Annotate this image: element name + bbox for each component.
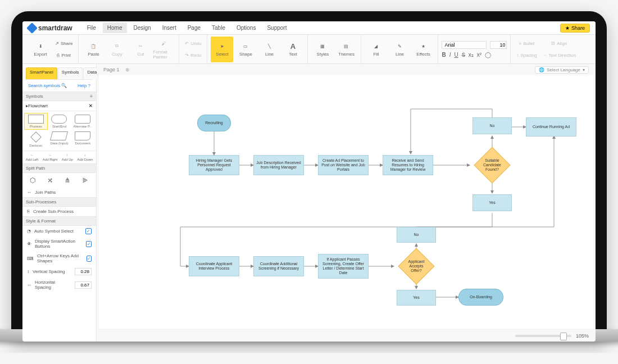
node-no1[interactable]: No bbox=[472, 117, 512, 134]
split-4-button[interactable]: ⫸ bbox=[82, 176, 89, 184]
redo-button[interactable]: ↷ Redo bbox=[183, 49, 203, 61]
zoom-slider[interactable] bbox=[515, 335, 571, 337]
format-painter-button[interactable]: 🖌Format Painter bbox=[153, 37, 175, 62]
split-1-button[interactable]: ⬡ bbox=[30, 176, 35, 184]
underline-button[interactable]: U bbox=[455, 52, 458, 58]
paste-button[interactable]: 📋Paste bbox=[82, 37, 104, 62]
split-3-button[interactable]: ⋔ bbox=[65, 176, 70, 184]
subprocess-header: Sub-Processes bbox=[22, 197, 96, 207]
node-recruiting[interactable]: Recruiting bbox=[197, 115, 231, 131]
symbol-alternate[interactable]: Alternate P... bbox=[71, 113, 94, 129]
opt-auto-symbol[interactable]: ◔ Auto Symbol Select✓ bbox=[22, 226, 96, 236]
node-yes1[interactable]: Yes bbox=[472, 194, 512, 211]
page-tabs: Page 1 ⊕ 🌐 Select Language ▾ bbox=[97, 64, 596, 75]
symbol-document[interactable]: Document bbox=[71, 130, 94, 148]
line-tool-button[interactable]: ╲Line bbox=[258, 37, 280, 62]
brand-name: smartdraw bbox=[38, 24, 72, 32]
node-interview[interactable]: Coordinate Applicant Interview Process bbox=[189, 256, 239, 276]
zoom-value[interactable]: 105% bbox=[576, 333, 589, 339]
add-right-button[interactable]: →Add Right bbox=[43, 153, 57, 161]
text-color-button[interactable]: ◯ bbox=[485, 52, 491, 58]
symbol-process[interactable]: Process bbox=[25, 113, 47, 129]
page-1-tab[interactable]: Page 1 bbox=[103, 67, 120, 72]
logo-icon bbox=[26, 22, 38, 34]
node-no2[interactable]: No bbox=[397, 227, 436, 243]
opt-ctrl-arrow[interactable]: ⌨ Ctrl+Arrow Keys Add Shapes✓ bbox=[22, 251, 96, 266]
search-symbols-link[interactable]: Search symbols 🔍 bbox=[28, 83, 67, 88]
shape-tool-button[interactable]: ▭Shape bbox=[234, 37, 257, 62]
menu-icon[interactable]: ≡ bbox=[90, 94, 93, 99]
spacing-button[interactable]: ↕ Spacing bbox=[514, 49, 539, 61]
share-button[interactable]: ★ Share bbox=[560, 24, 590, 33]
node-screening[interactable]: Coordinate Additional Screening if Neces… bbox=[253, 256, 304, 276]
add-page-button[interactable]: ⊕ bbox=[125, 67, 130, 72]
create-subprocess-button[interactable]: ⎘ Create Sub-Process bbox=[22, 207, 96, 216]
symbol-data[interactable]: Data (Input) bbox=[48, 130, 71, 148]
menu-design[interactable]: Design bbox=[129, 22, 156, 33]
superscript-button[interactable]: x² bbox=[477, 52, 481, 58]
tab-symbols[interactable]: Symbols bbox=[58, 67, 83, 79]
copy-button[interactable]: ⧉Copy bbox=[106, 37, 128, 62]
node-continue[interactable]: Continue Running Ad bbox=[526, 117, 576, 136]
split-2-button[interactable]: ⤨ bbox=[47, 176, 53, 184]
line-style-button[interactable]: ✎Line bbox=[388, 37, 411, 62]
node-approve[interactable]: Hiring Manager Gets Personnel Request Ap… bbox=[189, 155, 239, 175]
font-select[interactable] bbox=[442, 41, 487, 49]
menu-file[interactable]: File bbox=[83, 22, 101, 33]
vspacing-row: ↕ Vertical Spacing bbox=[22, 266, 96, 277]
select-tool-button[interactable]: ➤Select bbox=[211, 37, 233, 62]
effects-button[interactable]: ★Effects bbox=[412, 37, 434, 62]
export-button[interactable]: ⬇Export bbox=[29, 37, 52, 62]
close-category-button[interactable]: ✕ bbox=[89, 103, 93, 108]
node-offer[interactable]: If Applicant Passes Screening, Create Of… bbox=[318, 254, 369, 279]
opt-smartaction[interactable]: 👁 Display SmartAction Buttons✓ bbox=[22, 236, 96, 251]
menu-home[interactable]: Home bbox=[103, 22, 127, 33]
symbol-decision[interactable]: Decision bbox=[25, 130, 47, 148]
brush-icon: 🖌 bbox=[160, 39, 169, 48]
text-tool-button[interactable]: AText bbox=[281, 37, 304, 62]
symbol-startend[interactable]: Start/End bbox=[48, 113, 71, 129]
split-header: Split Path bbox=[22, 163, 96, 173]
tab-smartpanel[interactable]: SmartPanel bbox=[26, 67, 57, 79]
italic-button[interactable]: I bbox=[449, 52, 451, 58]
menu-table[interactable]: Table bbox=[207, 22, 230, 33]
language-select[interactable]: 🌐 Select Language ▾ bbox=[535, 66, 589, 74]
node-resumes[interactable]: Receive and Send Resumes to Hiring Manag… bbox=[383, 155, 433, 175]
node-ad[interactable]: Create Ad Placement to Post on Website a… bbox=[318, 155, 369, 175]
drawing-canvas[interactable]: Recruiting Hiring Manager Gets Personnel… bbox=[99, 75, 593, 329]
menu-options[interactable]: Options bbox=[232, 22, 260, 33]
cut-button[interactable]: ✂Cut bbox=[129, 37, 152, 62]
share-small-button[interactable]: ↗ Share bbox=[53, 38, 75, 49]
menu-insert[interactable]: Insert bbox=[158, 22, 181, 33]
vspacing-input[interactable] bbox=[75, 268, 92, 275]
node-jobdesc[interactable]: Job Description Received from Hiring Man… bbox=[253, 155, 304, 175]
node-yes2[interactable]: Yes bbox=[397, 290, 436, 306]
hspacing-input[interactable] bbox=[75, 281, 92, 289]
bullet-button[interactable]: ≡ Bullet bbox=[514, 38, 539, 49]
themes-icon: ▤ bbox=[342, 42, 351, 51]
help-link[interactable]: Help ? bbox=[78, 83, 90, 88]
menu-support[interactable]: Support bbox=[262, 22, 291, 33]
text-direction-button[interactable]: → Text Direction bbox=[540, 49, 578, 61]
styles-button[interactable]: ▦Styles bbox=[311, 37, 334, 62]
export-icon: ⬇ bbox=[36, 42, 45, 51]
undo-button[interactable]: ↶ Undo bbox=[183, 38, 203, 49]
bold-button[interactable]: B bbox=[442, 52, 446, 58]
add-left-button[interactable]: ←Add Left bbox=[26, 153, 38, 161]
node-onboarding[interactable]: On-Boarding bbox=[458, 289, 503, 306]
symbol-category[interactable]: ▸ Flowchart✕ bbox=[22, 101, 96, 111]
align-button[interactable]: ⊟ Align bbox=[540, 38, 578, 49]
print-button[interactable]: ⎙ Print bbox=[53, 49, 75, 61]
strike-button[interactable]: S̶ bbox=[462, 52, 465, 58]
node-suitable[interactable]: Suitable Candidate Found? bbox=[474, 147, 510, 183]
add-up-button[interactable]: ↑Add Up bbox=[62, 153, 73, 161]
fill-button[interactable]: ◢Fill bbox=[365, 37, 387, 62]
add-down-button[interactable]: ↓Add Down bbox=[77, 153, 93, 161]
node-accepts[interactable]: Applicant Accepts Offer? bbox=[398, 248, 434, 284]
star-icon: ★ bbox=[419, 42, 428, 51]
themes-button[interactable]: ▤Themes bbox=[335, 37, 357, 62]
join-paths-button[interactable]: ↔ Join Paths bbox=[22, 188, 96, 197]
menu-page[interactable]: Page bbox=[183, 22, 205, 33]
font-size-input[interactable] bbox=[490, 41, 507, 49]
subscript-button[interactable]: x₂ bbox=[469, 52, 474, 58]
